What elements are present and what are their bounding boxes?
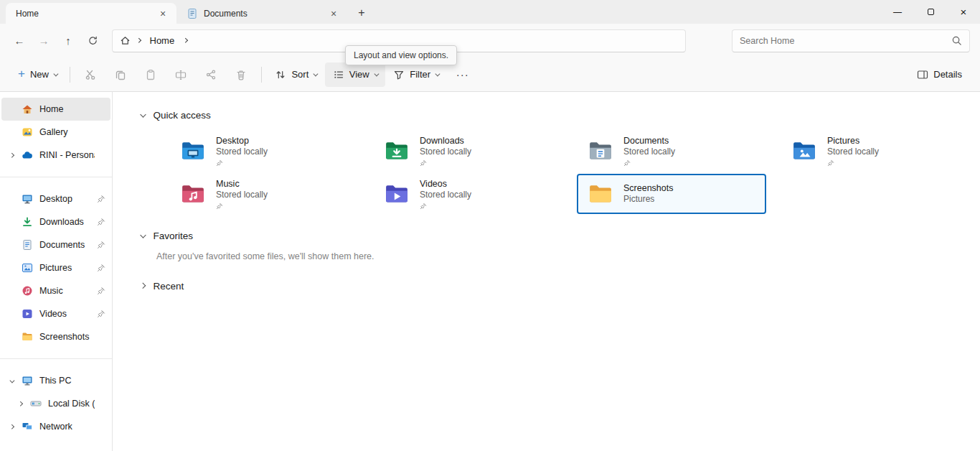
folder-icon (22, 331, 33, 343)
sidebar-item-videos[interactable]: Videos (1, 302, 110, 325)
sidebar-item-home[interactable]: Home (1, 98, 110, 121)
document-icon (187, 8, 198, 19)
tab-label: Home (16, 9, 39, 19)
share-button[interactable] (196, 62, 226, 87)
tile-videos[interactable]: Videos Stored locally (373, 174, 562, 214)
this-pc-icon (22, 375, 33, 386)
sidebar-item-documents[interactable]: Documents (1, 233, 110, 256)
videos-icon (22, 308, 33, 320)
rename-button[interactable] (166, 62, 196, 87)
tile-music[interactable]: Music Stored locally (169, 174, 359, 214)
copy-button[interactable] (105, 62, 136, 87)
more-options-button[interactable]: ··· (447, 62, 479, 87)
tile-desktop[interactable]: Desktop Stored locally (169, 131, 359, 171)
pin-icon (97, 195, 105, 203)
paste-button[interactable] (136, 62, 166, 87)
sidebar-divider (0, 358, 112, 359)
folder-icon (588, 183, 613, 205)
pin-icon (420, 203, 427, 210)
sidebar-item-label: Home (39, 104, 95, 114)
section-quick-access[interactable]: Quick access (141, 108, 980, 122)
back-button[interactable]: ← (7, 29, 32, 52)
chevron-down-icon (141, 111, 146, 117)
tab-close-icon[interactable]: × (326, 6, 341, 22)
tile-pictures[interactable]: Pictures Stored locally (781, 131, 970, 171)
navigation-bar: ← → ↑ Home (0, 24, 980, 57)
tile-subtitle: Pictures (623, 194, 673, 205)
tile-documents[interactable]: Documents Stored locally (577, 131, 766, 171)
onedrive-cloud-icon (22, 149, 33, 161)
breadcrumb-home[interactable]: Home (147, 34, 178, 47)
filter-button[interactable]: Filter (385, 62, 446, 87)
chevron-right-icon (140, 283, 146, 289)
section-favorites[interactable]: Favorites (141, 228, 980, 243)
search-icon[interactable] (951, 35, 962, 46)
sort-button[interactable]: Sort (267, 62, 324, 87)
details-button[interactable]: Details (909, 62, 970, 87)
sidebar-item-gallery[interactable]: Gallery (1, 121, 110, 144)
forward-button[interactable]: → (32, 29, 56, 52)
sidebar-item-label: Pictures (39, 263, 95, 273)
sidebar-item-desktop[interactable]: Desktop (1, 187, 110, 210)
up-button[interactable]: ↑ (56, 29, 80, 52)
tile-name: Pictures (827, 136, 879, 147)
filter-icon (393, 69, 405, 80)
tile-name: Music (216, 179, 268, 190)
tile-screenshots[interactable]: Screenshots Pictures (577, 174, 766, 214)
search-box[interactable] (732, 29, 970, 52)
search-input[interactable] (740, 36, 951, 46)
toolbar-separator (70, 67, 70, 83)
sidebar-item-local-disk-c[interactable]: Local Disk (C:) (1, 392, 110, 415)
sidebar-item-label: Screenshots (39, 332, 95, 342)
sidebar-item-onedrive[interactable]: RINI - Personal (1, 144, 110, 167)
pin-icon (827, 159, 834, 167)
sidebar-item-label: Local Disk (C:) (48, 399, 95, 409)
refresh-button[interactable] (80, 29, 105, 52)
new-button[interactable]: + New (10, 62, 65, 87)
sidebar-item-pictures[interactable]: Pictures (1, 256, 110, 279)
tile-name: Desktop (216, 136, 268, 147)
tab-label: Documents (204, 9, 248, 19)
section-title: Quick access (154, 110, 211, 121)
sidebar-item-network[interactable]: Network (1, 415, 110, 438)
delete-button[interactable] (226, 62, 256, 87)
tab-documents[interactable]: Documents × (176, 3, 347, 24)
minimize-button[interactable]: — (881, 0, 914, 24)
view-button[interactable]: View (325, 62, 385, 87)
content-pane: Quick access Desktop Stored locally (113, 92, 980, 451)
cut-icon (85, 69, 96, 80)
favorites-empty-hint: After you've favorited some files, we'll… (156, 251, 980, 261)
refresh-icon (88, 35, 98, 46)
breadcrumb-chevron-icon[interactable] (183, 38, 187, 42)
chevron-down-icon (374, 72, 379, 76)
tile-subtitle: Stored locally (420, 190, 471, 200)
sidebar-item-downloads[interactable]: Downloads (1, 210, 110, 233)
tile-name: Videos (420, 179, 471, 190)
new-tab-button[interactable]: + (352, 3, 372, 23)
maximize-button[interactable] (914, 0, 947, 24)
chevron-down-icon (314, 72, 318, 76)
gallery-icon (22, 126, 33, 138)
new-button-label: New (30, 69, 49, 80)
tab-home[interactable]: Home × (6, 3, 176, 24)
tab-close-icon[interactable]: × (155, 6, 171, 22)
sidebar-item-this-pc[interactable]: This PC (1, 369, 110, 392)
sidebar-item-screenshots[interactable]: Screenshots (1, 325, 110, 348)
sort-button-label: Sort (291, 69, 308, 80)
section-recent[interactable]: Recent (141, 279, 980, 293)
tile-subtitle: Stored locally (420, 147, 471, 157)
section-title: Recent (154, 281, 184, 292)
tile-subtitle: Stored locally (216, 147, 268, 157)
sidebar-item-music[interactable]: Music (1, 279, 110, 302)
sidebar-item-label: Network (39, 422, 95, 432)
pin-icon (97, 310, 105, 318)
chevron-right-icon (18, 401, 22, 406)
pictures-folder-icon (792, 140, 816, 162)
hard-disk-icon (30, 398, 42, 409)
close-button[interactable]: × (947, 0, 980, 24)
cut-button[interactable] (75, 62, 105, 87)
documents-icon (22, 239, 33, 251)
share-icon (205, 69, 217, 80)
tile-downloads[interactable]: Downloads Stored locally (373, 131, 562, 171)
chevron-down-icon (435, 72, 440, 76)
